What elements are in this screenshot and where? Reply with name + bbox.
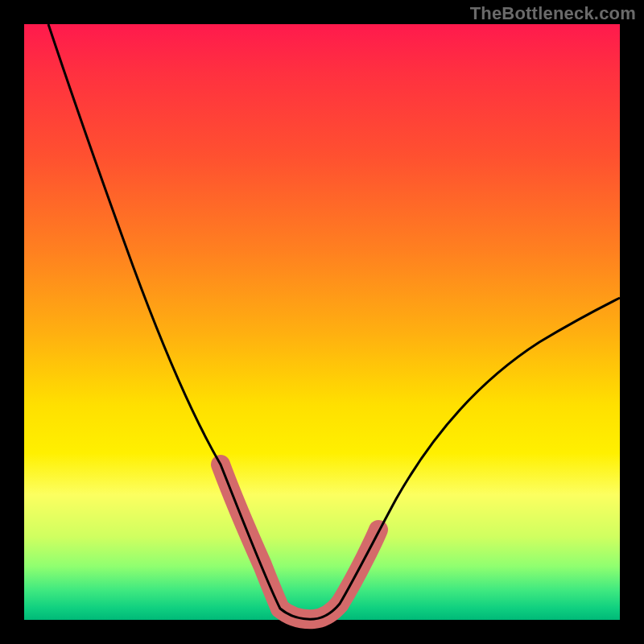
chart-frame: TheBottleneck.com xyxy=(0,0,644,644)
plot-area xyxy=(24,24,620,620)
bottleneck-curve xyxy=(24,24,620,620)
watermark-text: TheBottleneck.com xyxy=(470,3,636,24)
main-curve-path xyxy=(48,24,620,619)
